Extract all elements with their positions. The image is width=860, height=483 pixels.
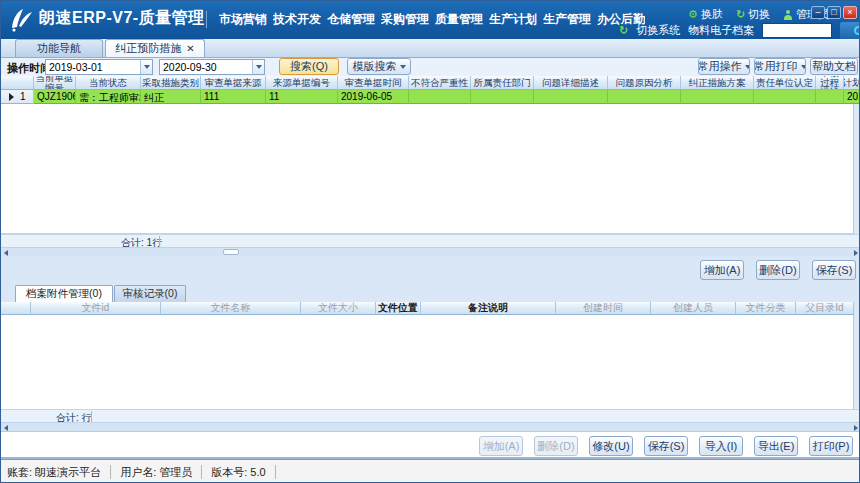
- cell-doc-number[interactable]: QJZ1906...: [34, 90, 76, 104]
- column-header[interactable]: 纠正措施方案: [681, 76, 754, 90]
- column-header[interactable]: 备注说明: [421, 302, 556, 315]
- cell-severity[interactable]: [409, 90, 471, 104]
- global-search-input[interactable]: [762, 23, 832, 38]
- menu-production-plan[interactable]: 生产计划: [489, 11, 537, 28]
- date-from-picker[interactable]: 2019-03-01: [45, 59, 153, 75]
- cell-review-time[interactable]: 2019-06-05: [338, 90, 409, 104]
- column-header[interactable]: 问题原因分析: [608, 76, 681, 90]
- menu-purchasing[interactable]: 采购管理: [381, 11, 429, 28]
- column-header[interactable]: 当前单据编号: [34, 76, 76, 90]
- header-actions: ⚙ 换肤 ↻ 切换 管理员: [688, 7, 829, 22]
- import-button[interactable]: 导入(I): [699, 436, 743, 456]
- export-button[interactable]: 导出(E): [754, 436, 798, 456]
- cell-problem-desc[interactable]: [534, 90, 608, 104]
- tab-close-icon[interactable]: ✕: [186, 44, 194, 54]
- change-skin-button[interactable]: ⚙ 换肤: [688, 7, 723, 22]
- column-header[interactable]: 文件id: [31, 302, 161, 315]
- divider: [91, 411, 92, 422]
- column-header[interactable]: 不符合严重性: [409, 76, 471, 90]
- cell-plan-time[interactable]: 2019: [844, 90, 860, 104]
- attachment-header-row: 文件id 文件名称 文件大小 文件位置 备注说明 创建时间 创建人员 文件分类 …: [1, 302, 860, 315]
- column-header[interactable]: 文件名称: [161, 302, 301, 315]
- grid-corner-cell: [1, 76, 34, 90]
- switch-system-link[interactable]: 切换系统: [636, 23, 680, 38]
- tab-audit-records[interactable]: 审核记录(0): [114, 285, 186, 302]
- search-button[interactable]: 搜索(Q): [279, 58, 339, 75]
- column-header[interactable]: 审查单据时间: [338, 76, 409, 90]
- modify-button[interactable]: 修改(U): [589, 436, 633, 456]
- menu-quality[interactable]: 质量管理: [435, 11, 483, 28]
- tab-function-navigation[interactable]: 功能导航: [15, 39, 103, 57]
- date-from-value: 2019-03-01: [46, 60, 140, 74]
- grid-header-row: 当前单据编号 当前状态 采取措施类别 审查单据来源 来源单据编号 审查单据时间 …: [1, 76, 860, 90]
- cell-source-number[interactable]: 11: [266, 90, 338, 104]
- scrollbar-thumb[interactable]: [223, 249, 239, 255]
- column-header[interactable]: 文件大小: [301, 302, 376, 315]
- menu-marketing[interactable]: 市场营销: [219, 11, 267, 28]
- cell-department[interactable]: [471, 90, 534, 104]
- column-header[interactable]: 问题详细描述: [534, 76, 608, 90]
- status-version: 版本号: 5.0: [211, 465, 275, 479]
- table-row[interactable]: 1 QJZ1906... 需：工程师审核 纠正 111 11 2019-06-0…: [1, 90, 860, 104]
- menu-tech-dev[interactable]: 技术开发: [273, 11, 321, 28]
- maximize-button[interactable]: □: [827, 6, 841, 19]
- row-number: 1: [20, 91, 26, 102]
- date-to-picker[interactable]: 2020-09-30: [159, 59, 265, 75]
- column-header[interactable]: 创建人员: [651, 302, 736, 315]
- column-header[interactable]: 计划: [844, 76, 860, 90]
- menu-warehouse[interactable]: 仓储管理: [327, 11, 375, 28]
- cell-status[interactable]: 需：工程师审核: [76, 90, 141, 104]
- attachment-total-band: 合计: 行: [1, 409, 860, 422]
- material-archive-link[interactable]: 物料电子档案: [688, 23, 754, 38]
- column-header[interactable]: 父目录Id: [796, 302, 854, 315]
- column-header[interactable]: 采取措施类别: [141, 76, 201, 90]
- query-toolbar: 操作时间 2019-03-01 2020-09-30 搜索(Q) 模版搜索 常用…: [1, 58, 860, 76]
- save-button[interactable]: 保存(S): [644, 436, 688, 456]
- grid-horizontal-scrollbar[interactable]: [1, 247, 860, 256]
- add-button[interactable]: 增加(A): [700, 260, 744, 280]
- help-doc-button[interactable]: 帮助文档: [810, 58, 858, 75]
- erp-window: 朗速ERP-V7-质量管理 市场营销 技术开发 仓储管理 采购管理 质量管理 生…: [0, 0, 860, 483]
- grid-body-empty: [1, 104, 860, 234]
- column-header[interactable]: 创建时间: [556, 302, 651, 315]
- menu-production-mgmt[interactable]: 生产管理: [543, 11, 591, 28]
- column-header[interactable]: 当前状态: [76, 76, 141, 90]
- close-button[interactable]: ×: [843, 6, 857, 19]
- cell-measure-type[interactable]: 纠正: [141, 90, 201, 104]
- chevron-down-icon: [400, 65, 406, 69]
- template-search-button[interactable]: 模版搜索: [347, 58, 411, 75]
- cell-review-source[interactable]: 111: [201, 90, 266, 104]
- column-header[interactable]: 文件位置: [376, 302, 421, 315]
- tab-file-attachments[interactable]: 档案附件管理(0): [15, 285, 113, 302]
- main-menu: 市场营销 技术开发 仓储管理 采购管理 质量管理 生产计划 生产管理 办公后勤: [219, 11, 645, 28]
- column-header[interactable]: 审核过程描述: [816, 76, 844, 90]
- switch-button[interactable]: ↻ 切换: [736, 7, 770, 22]
- common-operations-button[interactable]: 常用操作: [698, 58, 750, 75]
- column-header[interactable]: 所属责任部门: [471, 76, 534, 90]
- grid-vertical-scrollbar[interactable]: [853, 104, 860, 247]
- column-header[interactable]: 文件分类: [736, 302, 796, 315]
- status-account: 账套: 朗速演示平台: [7, 465, 111, 479]
- common-print-button[interactable]: 常用打印: [754, 58, 806, 75]
- global-search-button[interactable]: [840, 22, 860, 39]
- attachment-vertical-scrollbar[interactable]: [853, 315, 860, 422]
- cell-audit-desc[interactable]: [816, 90, 844, 104]
- print-button[interactable]: 打印(P): [809, 436, 853, 456]
- delete-button[interactable]: 删除(D): [756, 260, 800, 280]
- cell-measure-plan[interactable]: [681, 90, 754, 104]
- column-header[interactable]: 来源单据编号: [266, 76, 338, 90]
- search-icon: [854, 26, 860, 35]
- attachment-horizontal-scrollbar[interactable]: [1, 422, 860, 431]
- add-button: 增加(A): [479, 436, 523, 456]
- date-from-dropdown[interactable]: [140, 60, 152, 74]
- cell-responsible-unit[interactable]: [754, 90, 816, 104]
- minimize-button[interactable]: –: [811, 6, 825, 19]
- date-to-dropdown[interactable]: [252, 60, 264, 74]
- save-button[interactable]: 保存(S): [812, 260, 856, 280]
- tab-corrective-actions[interactable]: 纠正预防措施 ✕: [105, 39, 205, 57]
- row-indicator-cell: 1: [1, 90, 34, 104]
- divider: [159, 236, 160, 247]
- column-header[interactable]: 责任单位认定: [754, 76, 816, 90]
- column-header[interactable]: 审查单据来源: [201, 76, 266, 90]
- cell-cause-analysis[interactable]: [608, 90, 681, 104]
